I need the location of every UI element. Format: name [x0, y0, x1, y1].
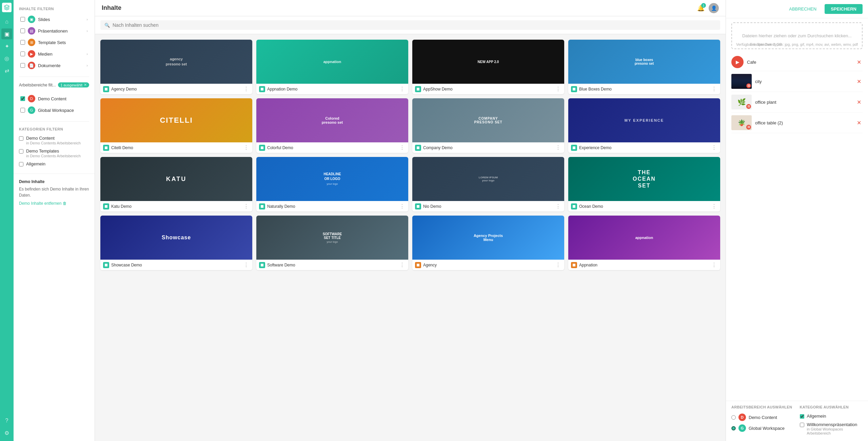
app-logo[interactable] — [2, 3, 12, 12]
card-appnation2[interactable]: appnation Appnation ⋮ — [568, 216, 720, 270]
demo-inhalte-remove-link[interactable]: Demo Inhalte entfernen 🗑 — [19, 201, 89, 206]
card-naturally-demo[interactable]: HEADLINEOR LOGOyour logo Naturally Demo … — [256, 157, 408, 212]
filter-praesentationen-checkbox[interactable] — [20, 28, 25, 33]
card-nio-demo[interactable]: LOREM IPSUMyour logo Nio Demo ⋮ — [412, 157, 564, 212]
filter-template-sets-checkbox[interactable] — [20, 40, 25, 45]
filter-slides[interactable]: ▣ Slides › — [19, 14, 89, 25]
card-appnation-thumb: appnation — [256, 40, 408, 84]
card-company-demo[interactable]: COMPANYPRESONO SET Company Demo ⋮ — [412, 98, 564, 153]
category-demo-content[interactable]: Demo Content in Demo Contents Arbeitsber… — [19, 134, 89, 147]
filter-dokumente[interactable]: 📄 Dokumente › — [19, 60, 89, 71]
card-katu-menu[interactable]: ⋮ — [243, 203, 250, 209]
card-blue-boxes-icon — [571, 86, 577, 92]
card-showcase-demo[interactable]: Showcase Showcase Demo ⋮ — [100, 216, 252, 270]
card-ocean-icon — [571, 203, 577, 209]
filter-praesentationen[interactable]: ▤ Präsentationen › — [19, 25, 89, 37]
right-panel: ABBRECHEN SPEICHERN Dateien hierher zieh… — [726, 0, 868, 441]
card-ocean-thumb: THEOCEANSET — [568, 157, 720, 201]
card-citelli-demo[interactable]: CITELLI Citelli Demo ⋮ — [100, 98, 252, 153]
category-allgemein[interactable]: Allgemein — [19, 160, 89, 168]
grid-container: agencypresono set Agency Demo ⋮ appnatio… — [95, 34, 726, 441]
office-table-remove-button[interactable]: ✕ — [855, 118, 863, 127]
nav-circle[interactable]: ◎ — [1, 53, 12, 64]
category-allgemein-check[interactable]: Allgemein — [800, 412, 863, 420]
nav-content[interactable]: ▣ — [1, 28, 12, 39]
workspace-demo-radio[interactable]: D Demo Content — [731, 412, 794, 423]
card-ocean-demo[interactable]: THEOCEANSET Ocean Demo ⋮ — [568, 157, 720, 212]
filter-medien[interactable]: ▶ Medien › — [19, 48, 89, 60]
cat-demo-templates-checkbox[interactable] — [19, 149, 23, 154]
filter-medien-checkbox[interactable] — [20, 52, 25, 56]
office-plant-remove-button[interactable]: ✕ — [855, 98, 863, 107]
workspace-global-radio[interactable]: G Global Workspace — [731, 423, 794, 434]
card-citelli-menu[interactable]: ⋮ — [243, 144, 250, 151]
card-blue-boxes-demo[interactable]: blue boxespresono set Blue Boxes Demo ⋮ — [568, 40, 720, 94]
notification-icon[interactable]: 🔔 1 — [697, 4, 705, 12]
workspace-global-checkbox[interactable] — [20, 108, 25, 113]
card-agency-menu[interactable]: ⋮ — [243, 86, 250, 92]
workspace-demo-checkbox[interactable] — [20, 96, 25, 101]
card-colorful-demo[interactable]: Coloredpresono set Colorful Demo ⋮ — [256, 98, 408, 153]
dokumente-icon: 📄 — [28, 62, 35, 69]
nav-settings[interactable]: ⚙ — [1, 427, 12, 438]
template-sets-icon: ⊞ — [28, 39, 35, 46]
city-remove-button[interactable]: ✕ — [855, 77, 863, 86]
workspace-checkboxes: D Demo Content G Global Workspace — [14, 90, 95, 119]
workspace-global-radio-input[interactable] — [731, 426, 736, 430]
bottom-section: Arbeitsbereich auswählen D Demo Content … — [726, 401, 868, 441]
category-willkommen-check[interactable]: Willkommenspräsentation in Global Worksp… — [800, 420, 863, 437]
card-nio-label: Nio Demo — [423, 204, 553, 209]
card-appnation2-menu[interactable]: ⋮ — [711, 262, 717, 268]
card-ocean-menu[interactable]: ⋮ — [711, 203, 717, 209]
card-appnation-demo[interactable]: appnation Appnation Demo ⋮ — [256, 40, 408, 94]
card-blue-boxes-label: Blue Boxes Demo — [579, 87, 709, 92]
nav-share[interactable]: ⇄ — [1, 65, 12, 76]
category-willkommen-checkbox[interactable] — [800, 423, 804, 427]
workspace-demo-item[interactable]: D Demo Content — [19, 93, 89, 104]
card-appshow-menu[interactable]: ⋮ — [555, 86, 561, 92]
category-demo-templates[interactable]: Demo Templates in Demo Contents Arbeitsb… — [19, 147, 89, 160]
card-nio-menu[interactable]: ⋮ — [555, 203, 561, 209]
search-input[interactable] — [113, 22, 716, 28]
card-experience-menu[interactable]: ⋮ — [711, 144, 717, 151]
nav-star[interactable]: ✦ — [1, 41, 12, 52]
cat-demo-content-label: Demo Content — [26, 136, 81, 141]
card-katu-demo[interactable]: KATU Katu Demo ⋮ — [100, 157, 252, 212]
nav-help[interactable]: ? — [1, 415, 12, 426]
card-showcase-menu[interactable]: ⋮ — [243, 262, 250, 268]
save-button[interactable]: SPEICHERN — [825, 4, 863, 14]
card-software-menu[interactable]: ⋮ — [399, 262, 406, 268]
filter-dokumente-checkbox[interactable] — [20, 63, 25, 68]
category-allgemein-checkbox[interactable] — [800, 414, 804, 419]
card-experience-demo[interactable]: MY EXPERIENCE Experience Demo ⋮ — [568, 98, 720, 153]
cancel-button[interactable]: ABBRECHEN — [785, 4, 821, 14]
card-agency2[interactable]: Agency ProjectsMenu Agency ⋮ — [412, 216, 564, 270]
upload-zone[interactable]: Dateien hierher ziehen oder zum Durchsuc… — [731, 22, 863, 49]
cat-demo-content-checkbox[interactable] — [19, 136, 23, 141]
notification-badge: 1 — [701, 3, 706, 8]
cat-allgemein-checkbox[interactable] — [19, 162, 23, 166]
card-appshow-label: AppShow Demo — [423, 87, 553, 92]
card-appshow-demo[interactable]: NEW APP 2.0 AppShow Demo ⋮ — [412, 40, 564, 94]
workspace-global-item[interactable]: G Global Workspace — [19, 104, 89, 116]
filter-slides-checkbox[interactable] — [20, 17, 25, 22]
card-naturally-menu[interactable]: ⋮ — [399, 203, 406, 209]
workspace-global-icon: G — [28, 106, 35, 114]
card-agency-demo[interactable]: agencypresono set Agency Demo ⋮ — [100, 40, 252, 94]
card-company-menu[interactable]: ⋮ — [555, 144, 561, 151]
office-table-item-name: office table (2) — [755, 120, 852, 125]
workspace-filter-header: Arbeitsbereiche filt... 1 ausgewählt ✕ — [14, 80, 95, 90]
user-avatar[interactable]: 👤 — [709, 3, 719, 13]
card-colorful-footer: Colorful Demo ⋮ — [256, 142, 408, 153]
video-play-icon: ▶ — [736, 59, 739, 65]
workspace-badge-remove[interactable]: ✕ — [84, 83, 87, 87]
card-appnation-menu[interactable]: ⋮ — [399, 86, 406, 92]
card-colorful-menu[interactable]: ⋮ — [399, 144, 406, 151]
card-blue-boxes-menu[interactable]: ⋮ — [711, 86, 717, 92]
filter-template-sets[interactable]: ⊞ Template Sets — [19, 37, 89, 48]
nav-home[interactable]: ⌂ — [1, 16, 12, 27]
workspace-demo-radio-input[interactable] — [731, 415, 736, 420]
card-software-demo[interactable]: SOFTWARESET TITLEyour logo Software Demo… — [256, 216, 408, 270]
cafe-remove-button[interactable]: ✕ — [855, 58, 863, 67]
card-agency2-menu[interactable]: ⋮ — [555, 262, 561, 268]
